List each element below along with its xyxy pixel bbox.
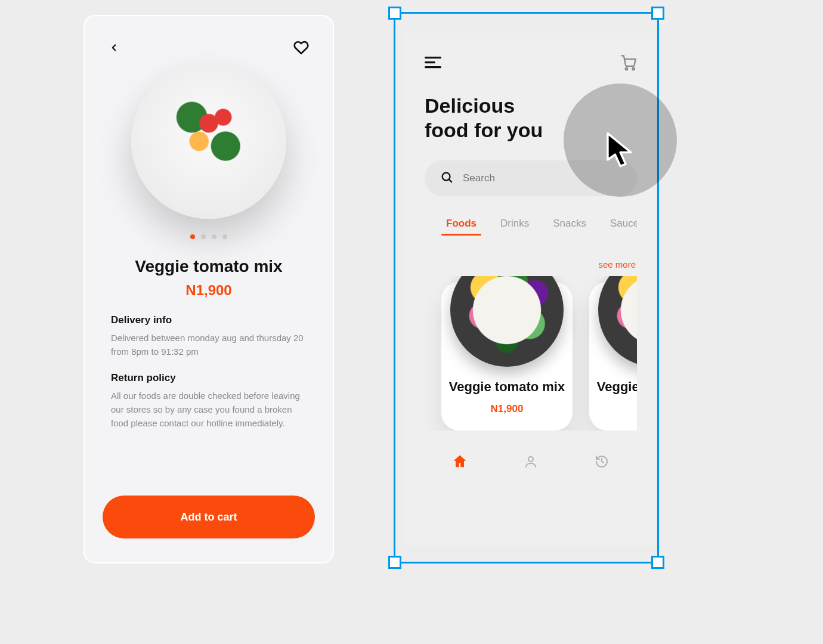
product-title: Veggie tomato mix: [103, 257, 315, 276]
cart-icon[interactable]: [620, 54, 637, 73]
svg-marker-8: [608, 134, 631, 166]
svg-rect-0: [425, 57, 441, 58]
selection-handle-tr[interactable]: [651, 7, 664, 20]
product-card[interactable]: Veggie tomato mix N1,900: [441, 282, 573, 431]
svg-point-3: [626, 68, 628, 70]
product-detail-screen: Veggie tomato mix N1,900 Delivery info D…: [83, 15, 334, 564]
add-to-cart-button[interactable]: Add to cart: [103, 496, 315, 538]
svg-point-7: [528, 457, 533, 462]
nav-home[interactable]: [450, 452, 469, 471]
headline-line: Delicious: [425, 94, 515, 117]
menu-icon[interactable]: [425, 57, 441, 71]
image-pager[interactable]: [103, 234, 315, 239]
tab-snacks[interactable]: Snacks: [553, 218, 586, 236]
favorite-icon[interactable]: [293, 40, 309, 58]
return-heading: Return policy: [111, 372, 307, 384]
product-price: N1,900: [103, 282, 315, 299]
product-card[interactable]: Veggie tomato mix N1,900: [589, 282, 637, 431]
selection-handle-tl[interactable]: [388, 7, 401, 20]
product-card-title: Veggie tomato mix: [447, 379, 567, 395]
bottom-nav: [425, 452, 637, 471]
category-tabs: Foods Drinks Snacks Sauce: [425, 218, 637, 236]
pager-dot[interactable]: [212, 234, 216, 239]
pager-dot[interactable]: [190, 234, 195, 239]
selection-handle-br[interactable]: [651, 556, 664, 569]
product-cards: Veggie tomato mix N1,900 Veggie tomato m…: [425, 276, 637, 431]
nav-user[interactable]: [521, 452, 540, 471]
pager-dot[interactable]: [222, 234, 227, 239]
delivery-heading: Delivery info: [111, 314, 307, 326]
product-card-price: N1,900: [447, 403, 567, 415]
tab-sauce[interactable]: Sauce: [610, 218, 637, 236]
return-body: All our foods are double checked before …: [111, 389, 307, 431]
see-more-link[interactable]: see more: [598, 259, 636, 270]
tab-drinks[interactable]: Drinks: [500, 218, 529, 236]
pager-dot[interactable]: [201, 234, 206, 239]
nav-history[interactable]: [592, 452, 611, 471]
svg-rect-1: [425, 61, 435, 63]
delivery-body: Delivered between monday aug and thursda…: [111, 331, 307, 359]
cursor-arrow-icon: [605, 131, 638, 172]
search-icon: [440, 171, 453, 186]
product-card-price: N1,900: [595, 403, 637, 415]
product-hero-image: [131, 64, 286, 219]
selection-handle-bl[interactable]: [388, 556, 401, 569]
back-icon[interactable]: [109, 42, 119, 55]
svg-point-4: [632, 68, 635, 70]
product-card-title: Veggie tomato mix: [595, 379, 637, 395]
product-card-image: [598, 276, 637, 367]
tab-foods[interactable]: Foods: [446, 218, 477, 236]
svg-rect-2: [425, 66, 441, 68]
product-card-image: [450, 276, 564, 367]
svg-line-6: [449, 179, 451, 182]
headline-line: food for you: [425, 119, 543, 141]
